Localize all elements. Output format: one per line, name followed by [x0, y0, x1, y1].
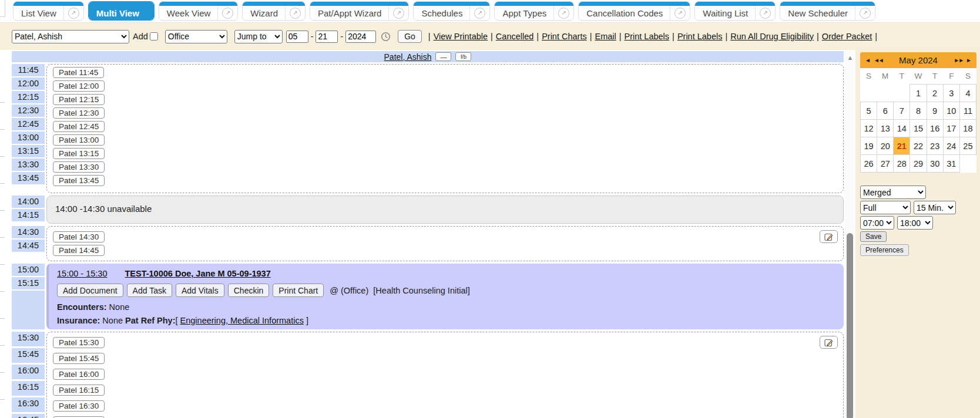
save-button[interactable]: Save: [860, 231, 887, 242]
slot-button-patel-12-00[interactable]: Patel 12:00: [53, 80, 105, 92]
calendar-day-9[interactable]: 9: [927, 102, 943, 120]
tab-new-scheduler[interactable]: New Scheduler↗: [780, 1, 875, 21]
interval-select[interactable]: 15 Min.: [914, 201, 956, 214]
calendar-day-29[interactable]: 29: [910, 155, 927, 173]
slot-button-patel-12-30[interactable]: Patel 12:30: [53, 107, 105, 119]
go-button[interactable]: Go: [398, 30, 422, 43]
checkin-button[interactable]: Checkin: [228, 284, 270, 297]
slot-button-patel-16-00[interactable]: Patel 16:00: [53, 369, 105, 380]
scroll-up-icon[interactable]: ▲: [845, 54, 855, 61]
calendar-prev-double-icon[interactable]: ◄◄: [874, 57, 883, 63]
tab-multi-view[interactable]: Multi View: [88, 1, 155, 21]
external-link-icon[interactable]: ↗: [670, 6, 690, 20]
calendar-day-1[interactable]: 1: [910, 85, 927, 102]
toolbar-link-cancelled[interactable]: Cancelled: [496, 32, 534, 41]
add-document-button[interactable]: Add Document: [57, 284, 123, 297]
calendar-next-double-icon[interactable]: ►►: [954, 57, 963, 63]
external-link-icon[interactable]: ↗: [217, 6, 237, 20]
slot-button-patel-12-15[interactable]: Patel 12:15: [53, 94, 105, 105]
slot-button-patel-14-30[interactable]: Patel 14:30: [53, 231, 105, 242]
slot-button-patel-12-45[interactable]: Patel 12:45: [53, 121, 105, 132]
calendar-day-7[interactable]: 7: [894, 102, 910, 120]
slot-button-patel-13-45[interactable]: Patel 13:45: [53, 175, 105, 186]
calendar-day-10[interactable]: 10: [943, 102, 959, 120]
clock-icon[interactable]: [381, 32, 391, 42]
preferences-button[interactable]: Preferences: [860, 244, 909, 256]
calendar-day-14[interactable]: 14: [894, 120, 910, 137]
tab-waiting-list[interactable]: Waiting List↗: [694, 1, 776, 21]
calendar-day-31[interactable]: 31: [943, 155, 959, 173]
tab-list-view[interactable]: List View↗: [13, 1, 84, 21]
toolbar-link-print-charts[interactable]: Print Charts: [542, 32, 587, 41]
calendar-next-single-icon[interactable]: ►: [966, 57, 972, 63]
slot-button-patel-13-00[interactable]: Patel 13:00: [53, 134, 105, 146]
calendar-day-30[interactable]: 30: [927, 155, 943, 173]
add-task-button[interactable]: Add Task: [127, 284, 172, 297]
view-mode-select[interactable]: Merged: [860, 186, 926, 199]
calendar-day-21[interactable]: 21: [894, 137, 910, 155]
slot-button-patel-14-45[interactable]: Patel 14:45: [53, 245, 105, 256]
slot-button-patel-13-15[interactable]: Patel 13:15: [53, 148, 105, 159]
slot-button-patel-15-45[interactable]: Patel 15:45: [53, 353, 105, 364]
edit-icon[interactable]: [820, 230, 838, 243]
month-input[interactable]: [286, 31, 308, 43]
calendar-day-20[interactable]: 20: [877, 137, 894, 155]
calendar-day-2[interactable]: 2: [927, 85, 943, 102]
provider-header-link[interactable]: Patel, Ashish: [384, 52, 432, 62]
slot-button-patel-16-15[interactable]: Patel 16:15: [53, 385, 105, 396]
tab-appt-types[interactable]: Appt Types↗: [494, 1, 574, 21]
toolbar-link-run-all-drug-eligibility[interactable]: Run All Drug Eligibility: [730, 32, 814, 41]
toolbar-link-email[interactable]: Email: [595, 32, 616, 41]
external-link-icon[interactable]: ↗: [285, 6, 305, 20]
toolbar-link-print-labels[interactable]: Print Labels: [677, 32, 723, 41]
external-link-icon[interactable]: ↗: [469, 6, 489, 20]
calendar-day-6[interactable]: 6: [877, 102, 894, 120]
tab-wizard[interactable]: Wizard↗: [242, 1, 306, 21]
calendar-day-17[interactable]: 17: [943, 120, 959, 137]
day-input[interactable]: [316, 31, 338, 43]
calendar-day-25[interactable]: 25: [959, 137, 976, 155]
calendar-day-24[interactable]: 24: [943, 137, 959, 155]
tab-pat-appt-wizard[interactable]: Pat/Appt Wizard↗: [310, 1, 409, 21]
scroll-thumb[interactable]: [847, 233, 853, 418]
external-link-icon[interactable]: ↗: [755, 6, 775, 20]
calendar-day-18[interactable]: 18: [959, 120, 976, 137]
external-link-icon[interactable]: ↗: [63, 6, 83, 20]
calendar-prev-single-icon[interactable]: ◄: [865, 57, 871, 63]
external-link-icon[interactable]: ↗: [855, 6, 875, 20]
slot-button-patel-13-30[interactable]: Patel 13:30: [53, 161, 105, 173]
calendar-day-11[interactable]: 11: [959, 102, 976, 120]
edit-icon[interactable]: [820, 336, 838, 349]
jump-to-select[interactable]: Jump to: [234, 30, 283, 43]
tab-week-view[interactable]: Week View↗: [159, 1, 238, 21]
end-time-select[interactable]: 18:00: [897, 216, 933, 230]
calendar-day-15[interactable]: 15: [910, 120, 927, 137]
calendar-day-16[interactable]: 16: [927, 120, 943, 137]
provider-select[interactable]: Patel, Ashish: [12, 30, 129, 43]
calendar-day-28[interactable]: 28: [894, 155, 910, 173]
slot-button-patel-15-30[interactable]: Patel 15:30: [53, 337, 105, 348]
calendar-day-23[interactable]: 23: [927, 137, 943, 155]
tab-cancellation-codes[interactable]: Cancellation Codes↗: [578, 1, 690, 21]
calendar-day-8[interactable]: 8: [910, 102, 927, 120]
calendar-day-13[interactable]: 13: [877, 120, 894, 137]
calendar-day-26[interactable]: 26: [861, 155, 877, 173]
external-link-icon[interactable]: ↗: [553, 6, 573, 20]
toolbar-link-view-printable[interactable]: View Printable: [434, 32, 488, 41]
referring-physician-link[interactable]: Engineering, Medical Informatics: [180, 316, 304, 325]
add-vitals-button[interactable]: Add Vitals: [176, 284, 224, 297]
calendar-day-4[interactable]: 4: [959, 85, 976, 102]
print-chart-button[interactable]: Print Chart: [273, 284, 324, 297]
calendar-day-12[interactable]: 12: [861, 120, 877, 137]
toolbar-link-print-labels[interactable]: Print Labels: [625, 32, 670, 41]
calendar-day-3[interactable]: 3: [943, 85, 959, 102]
year-input[interactable]: [345, 31, 376, 43]
zoom-level-select[interactable]: Full: [860, 201, 911, 214]
external-link-icon[interactable]: ↗: [388, 6, 408, 20]
fb-button[interactable]: f/b: [455, 52, 471, 61]
calendar-day-5[interactable]: 5: [861, 102, 877, 120]
patient-link[interactable]: TEST-10006 Doe, Jane M 05-09-1937: [125, 269, 270, 278]
vertical-scrollbar[interactable]: ▲: [845, 50, 855, 418]
slot-button-patel-11-45[interactable]: Patel 11:45: [53, 67, 104, 78]
slot-button-patel-16-30[interactable]: Patel 16:30: [53, 400, 105, 412]
